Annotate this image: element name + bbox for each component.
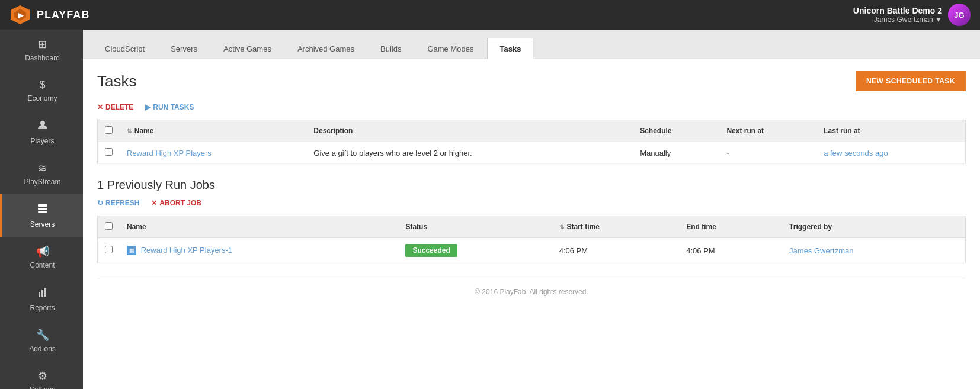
settings-icon: ⚙ — [38, 369, 47, 382]
tab-bar: CloudScript Servers Active Games Archive… — [83, 30, 980, 59]
task-schedule-cell: Manually — [633, 142, 719, 164]
svg-text:▶: ▶ — [18, 11, 24, 20]
sidebar-item-label: Reports — [30, 304, 55, 312]
tasks-table-body: Reward High XP Players Give a gift to pl… — [98, 142, 966, 164]
tab-archived-games[interactable]: Archived Games — [285, 38, 367, 59]
sidebar-item-addons[interactable]: 🔧 Add-ons — [0, 320, 83, 361]
run-tasks-button[interactable]: ▶ RUN TASKS — [145, 103, 194, 111]
sidebar-item-playstream[interactable]: ≋ PlayStream — [0, 153, 83, 194]
sidebar-item-label: Content — [30, 261, 55, 269]
project-name: Unicorn Battle Demo 2 — [853, 6, 942, 15]
task-next-run-cell: - — [719, 142, 816, 164]
sidebar-item-servers[interactable]: Servers — [0, 194, 83, 237]
x-icon: ✕ — [97, 103, 103, 111]
sidebar-item-settings[interactable]: ⚙ Settings — [0, 361, 83, 389]
previously-run-section-header: 1 Previously Run Jobs — [97, 178, 966, 192]
tab-cloudscript[interactable]: CloudScript — [92, 38, 157, 59]
tab-game-modes[interactable]: Game Modes — [415, 38, 486, 59]
job-status-cell: Succeeded — [398, 238, 552, 263]
tab-tasks[interactable]: Tasks — [487, 38, 533, 59]
table-row: ▦ Reward High XP Players-1 Succeeded 4:0… — [98, 238, 966, 263]
jobs-select-all-col — [98, 216, 120, 238]
job-name-cell[interactable]: ▦ Reward High XP Players-1 — [120, 238, 398, 263]
sidebar-item-label: Add-ons — [29, 345, 56, 353]
sidebar-item-label: Dashboard — [25, 54, 60, 62]
sidebar-item-economy[interactable]: $ Economy — [0, 70, 83, 111]
row-checkbox-cell — [98, 142, 120, 164]
sidebar-item-label: Settings — [30, 385, 55, 389]
task-type-icon: ▦ — [127, 246, 136, 255]
abort-job-button[interactable]: ✕ ABORT JOB — [151, 199, 201, 207]
tasks-col-next-run: Next run at — [719, 120, 816, 142]
tab-active-games[interactable]: Active Games — [211, 38, 284, 59]
tasks-action-bar: ✕ DELETE ▶ RUN TASKS — [97, 103, 966, 111]
new-scheduled-task-button[interactable]: NEW SCHEDULED TASK — [856, 71, 966, 91]
svg-rect-11 — [44, 288, 46, 297]
delete-button[interactable]: ✕ DELETE — [97, 103, 133, 111]
tab-builds[interactable]: Builds — [368, 38, 414, 59]
logo-text: PLAYFAB — [37, 9, 89, 21]
job-start-time-cell: 4:06 PM — [552, 238, 680, 263]
svg-rect-7 — [38, 208, 47, 210]
jobs-table-header: Name Status ⇅ Start time End time Trigge… — [98, 216, 966, 238]
players-icon — [37, 119, 49, 134]
tasks-col-description: Description — [306, 120, 633, 142]
servers-icon — [37, 202, 49, 217]
job-end-time-cell: 4:06 PM — [679, 238, 782, 263]
status-badge: Succeeded — [405, 244, 457, 257]
footer: © 2016 PlayFab. All rights reserved. — [97, 278, 966, 306]
svg-point-5 — [40, 121, 45, 126]
jobs-col-triggered-by: Triggered by — [782, 216, 965, 238]
addons-icon: 🔧 — [36, 329, 49, 342]
svg-rect-8 — [38, 211, 47, 213]
sidebar-item-label: Economy — [27, 94, 57, 102]
user-info: Unicorn Battle Demo 2 James Gwertzman ▼ — [853, 6, 942, 24]
jobs-select-all-checkbox[interactable] — [105, 222, 113, 230]
sidebar: ⊞ Dashboard $ Economy Players ≋ PlayStre… — [0, 30, 83, 389]
row-checkbox[interactable] — [105, 148, 113, 156]
sidebar-item-players[interactable]: Players — [0, 111, 83, 153]
page-content: Tasks NEW SCHEDULED TASK ✕ DELETE ▶ RUN … — [83, 59, 980, 389]
page-header: Tasks NEW SCHEDULED TASK — [97, 71, 966, 91]
user-name: James Gwertzman ▼ — [853, 15, 942, 24]
sidebar-item-label: Players — [30, 137, 54, 145]
refresh-button[interactable]: ↻ REFRESH — [97, 199, 139, 207]
main-layout: ⊞ Dashboard $ Economy Players ≋ PlayStre… — [0, 30, 980, 389]
svg-rect-6 — [38, 204, 47, 207]
job-checkbox-cell — [98, 238, 120, 263]
dashboard-icon: ⊞ — [38, 38, 47, 51]
playstream-icon: ≋ — [38, 162, 47, 175]
task-last-run-cell: a few seconds ago — [816, 142, 965, 164]
tasks-select-all-col — [98, 120, 120, 142]
sidebar-item-reports[interactable]: Reports — [0, 278, 83, 320]
avatar[interactable]: JG — [948, 4, 971, 26]
task-description-cell: Give a gift to players who are level 2 o… — [306, 142, 633, 164]
sort-icon: ⇅ — [127, 128, 133, 134]
tab-servers[interactable]: Servers — [158, 38, 210, 59]
sidebar-item-content[interactable]: 📢 Content — [0, 237, 83, 278]
top-header: ▶ PLAYFAB Unicorn Battle Demo 2 James Gw… — [0, 0, 980, 30]
task-name-cell[interactable]: Reward High XP Players — [120, 142, 306, 164]
jobs-col-end-time: End time — [679, 216, 782, 238]
tasks-col-schedule: Schedule — [633, 120, 719, 142]
jobs-col-name: Name — [120, 216, 398, 238]
tasks-col-name: ⇅ Name — [120, 120, 306, 142]
svg-rect-9 — [39, 292, 40, 297]
sidebar-item-label: PlayStream — [24, 178, 60, 186]
svg-rect-10 — [41, 290, 43, 297]
job-triggered-by-cell[interactable]: James Gwertzman — [782, 238, 965, 263]
tasks-select-all-checkbox[interactable] — [105, 126, 113, 134]
user-area: Unicorn Battle Demo 2 James Gwertzman ▼ … — [853, 4, 971, 26]
sort-icon: ⇅ — [559, 224, 566, 230]
tasks-col-last-run: Last run at — [816, 120, 965, 142]
job-checkbox[interactable] — [105, 246, 113, 253]
reports-icon — [37, 286, 49, 301]
jobs-col-status: Status — [398, 216, 552, 238]
sidebar-item-dashboard[interactable]: ⊞ Dashboard — [0, 30, 83, 70]
abort-icon: ✕ — [151, 199, 157, 207]
page-title: Tasks — [97, 72, 136, 91]
tasks-table-header: ⇅ Name Description Schedule Next run at … — [98, 120, 966, 142]
jobs-col-start-time: ⇅ Start time — [552, 216, 680, 238]
sidebar-item-label: Servers — [30, 220, 55, 229]
playfab-logo-icon: ▶ — [9, 4, 31, 25]
